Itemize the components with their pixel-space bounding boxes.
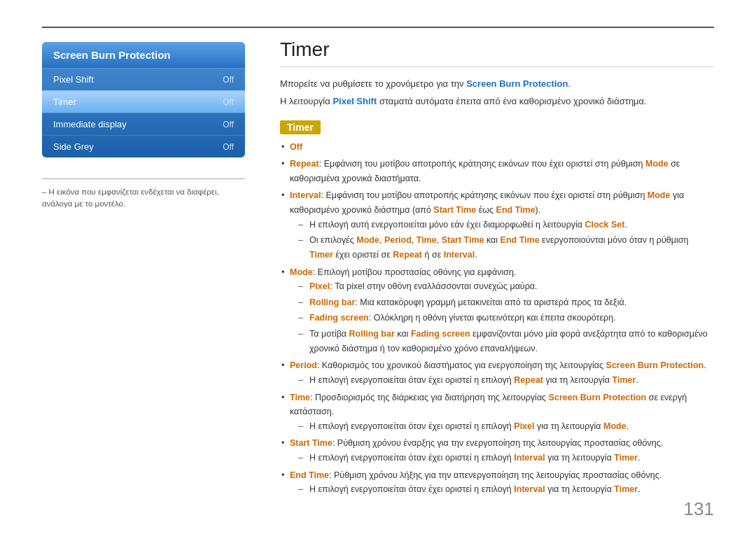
menu-item-immediate-display[interactable]: Immediate display Off bbox=[42, 113, 245, 135]
mode-note-text2: και bbox=[395, 329, 411, 339]
main-bullet-list: Off Repeat: Εμφάνιση του μοτίβου αποτροπ… bbox=[280, 140, 714, 497]
interval-sub-1: Η επιλογή αυτή ενεργοποιείται μόνο εάν έ… bbox=[298, 218, 714, 232]
rolling-label: Rolling bar bbox=[309, 297, 355, 307]
intro-highlight-2: Pixel Shift bbox=[332, 96, 377, 106]
right-content: Timer Μπορείτε να ρυθμίσετε το χρονόμετρ… bbox=[280, 38, 714, 499]
top-decorative-line bbox=[42, 27, 714, 28]
menu-item-timer[interactable]: Timer Off bbox=[42, 90, 245, 113]
time-text: : Προσδιορισμός της διάρκειας για διατήρ… bbox=[310, 393, 549, 402]
side-grey-value: Off bbox=[223, 142, 234, 152]
repeat-text: : Εμφάνιση του μοτίβου αποτροπής κράτηση… bbox=[319, 159, 645, 169]
start-time-label: Start Time bbox=[290, 438, 332, 448]
mode-note-fading: Fading screen bbox=[411, 329, 470, 339]
interval-sub-list: Η επιλογή αυτή ενεργοποιείται μόνο εάν έ… bbox=[298, 218, 714, 262]
intro-line-1: Μπορείτε να ρυθμίσετε το χρονόμετρο για … bbox=[280, 77, 714, 92]
menu-item-pixel-shift[interactable]: Pixel Shift Off bbox=[42, 68, 245, 90]
left-footer-note: – Η εικόνα που εμφανίζεται ενδέχεται να … bbox=[42, 178, 245, 211]
side-grey-label: Side Grey bbox=[53, 141, 94, 152]
time-sub-list: Η επιλογή ενεργοποιείται όταν έχει οριστ… bbox=[298, 419, 714, 434]
pixel-shift-label: Pixel Shift bbox=[53, 74, 94, 85]
end-time-sub-1: Η επιλογή ενεργοποιείται όταν έχει οριστ… bbox=[298, 482, 714, 497]
sub2-period: Period bbox=[384, 235, 412, 245]
intro-text-2a: Η λειτουργία bbox=[280, 96, 330, 106]
time-sub-text: Η επιλογή ενεργοποιείται όταν έχει οριστ… bbox=[309, 421, 514, 431]
start-time-sub-1: Η επιλογή ενεργοποιείται όταν έχει οριστ… bbox=[298, 451, 714, 465]
interval-label: Interval bbox=[290, 190, 321, 200]
period-repeat: Repeat bbox=[514, 375, 543, 385]
mode-label: Mode bbox=[290, 267, 313, 277]
interval-clock-set: Clock Set bbox=[584, 220, 624, 230]
fading-label: Fading screen bbox=[309, 313, 369, 323]
repeat-mode: Mode bbox=[645, 159, 668, 169]
pixel-label: Pixel bbox=[309, 281, 330, 291]
rolling-text: : Μια κατακόρυφη γραμμή μετακινείται από… bbox=[355, 297, 626, 307]
bullet-period: Period: Καθορισμός του χρονικού διαστήμα… bbox=[280, 358, 714, 387]
sub2-repeat: Repeat bbox=[393, 250, 422, 260]
start-time-sub-text: Η επιλογή ενεργοποιείται όταν έχει οριστ… bbox=[309, 453, 514, 463]
interval-mode: Mode bbox=[648, 190, 671, 200]
bullet-start-time: Start Time: Ρύθμιση χρόνου έναρξης για τ… bbox=[280, 436, 714, 465]
immediate-display-value: Off bbox=[223, 120, 234, 129]
bullet-off: Off bbox=[280, 140, 714, 155]
pixel-shift-value: Off bbox=[223, 75, 234, 85]
intro-highlight-1: Screen Burn Protection bbox=[466, 78, 568, 89]
period-sub-list: Η επιλογή ενεργοποιείται όταν έχει οριστ… bbox=[298, 373, 714, 388]
content-body: Off Repeat: Εμφάνιση του μοτίβου αποτροπ… bbox=[280, 140, 714, 497]
start-timer: Timer bbox=[614, 453, 638, 463]
time-label: Time bbox=[290, 393, 310, 402]
mode-sub-pixel: Pixel: Τα pixel στην οθόνη εναλλάσσονται… bbox=[298, 279, 714, 294]
menu-item-side-grey[interactable]: Side Grey Off bbox=[42, 135, 245, 157]
mode-sub-rolling: Rolling bar: Μια κατακόρυφη γραμμή μετακ… bbox=[298, 295, 714, 310]
start-time-sub-list: Η επιλογή ενεργοποιείται όταν έχει οριστ… bbox=[298, 451, 714, 465]
fading-text: : Ολόκληρη η οθόνη γίνεται φωτεινότερη κ… bbox=[369, 313, 616, 323]
repeat-label: Repeat bbox=[290, 159, 319, 169]
end-interval: Interval bbox=[514, 484, 545, 494]
interval-sub-1-text: Η επιλογή αυτή ενεργοποιείται μόνο εάν έ… bbox=[309, 220, 584, 230]
bullet-end-time: End Time: Ρύθμιση χρόνου λήξης για την α… bbox=[280, 468, 714, 497]
intro-text-1a: Μπορείτε να ρυθμίσετε το χρονόμετρο για … bbox=[280, 78, 464, 89]
page-number: 131 bbox=[684, 498, 714, 520]
intro-line-2: Η λειτουργία Pixel Shift σταματά αυτόματ… bbox=[280, 94, 714, 109]
sub2-time: Time bbox=[416, 235, 437, 245]
timer-label: Timer bbox=[53, 97, 76, 107]
period-sub-text: Η επιλογή ενεργοποιείται όταν έχει οριστ… bbox=[309, 375, 514, 385]
menu-title: Screen Burn Protection bbox=[42, 42, 245, 68]
time-sbp: Screen Burn Protection bbox=[549, 393, 647, 402]
timer-value: Off bbox=[223, 97, 234, 107]
period-label: Period bbox=[290, 360, 317, 370]
interval-text4: ). bbox=[536, 205, 541, 215]
pixel-text: : Τα pixel στην οθόνη εναλλάσσονται συνε… bbox=[330, 281, 537, 291]
mode-note-rolling: Rolling bar bbox=[349, 329, 395, 339]
page-title: Timer bbox=[280, 38, 714, 67]
mode-sub-note: Τα μοτίβα Rolling bar και Fading screen … bbox=[298, 327, 714, 356]
time-pixel: Pixel bbox=[514, 421, 534, 431]
screen-burn-menu: Screen Burn Protection Pixel Shift Off T… bbox=[42, 42, 245, 157]
sub2-end: End Time bbox=[500, 235, 540, 245]
start-interval: Interval bbox=[514, 453, 545, 463]
end-time-text: : Ρύθμιση χρόνου λήξης για την απενεργοπ… bbox=[329, 470, 662, 480]
sub2-timer: Timer bbox=[309, 250, 333, 260]
interval-text: : Εμφάνιση του μοτίβου αποτροπής κράτηση… bbox=[321, 190, 647, 200]
intro-text-1b: . bbox=[568, 78, 570, 89]
end-time-sub-list: Η επιλογή ενεργοποιείται όταν έχει οριστ… bbox=[298, 482, 714, 497]
period-sbp: Screen Burn Protection bbox=[606, 360, 704, 370]
sub2-interval: Interval bbox=[444, 250, 475, 260]
end-time-sub-text: Η επιλογή ενεργοποιείται όταν έχει οριστ… bbox=[309, 484, 514, 494]
start-time-text: : Ρύθμιση χρόνου έναρξης για την ενεργοπ… bbox=[332, 438, 663, 448]
mode-note-text1: Τα μοτίβα bbox=[309, 329, 349, 339]
sub2-mode: Mode bbox=[356, 235, 379, 245]
off-label: Off bbox=[290, 142, 302, 152]
bullet-time: Time: Προσδιορισμός της διάρκειας για δι… bbox=[280, 391, 714, 434]
left-panel: Screen Burn Protection Pixel Shift Off T… bbox=[42, 42, 245, 211]
mode-sub-fading: Fading screen: Ολόκληρη η οθόνη γίνεται … bbox=[298, 311, 714, 325]
period-text: : Καθορισμός του χρονικού διαστήματος γι… bbox=[317, 360, 606, 370]
end-timer: Timer bbox=[614, 484, 638, 494]
immediate-display-label: Immediate display bbox=[53, 119, 127, 129]
intro-text-2b: σταματά αυτόματα έπειτα από ένα καθορισμ… bbox=[379, 96, 647, 106]
interval-end: End Time bbox=[496, 205, 536, 215]
bullet-interval: Interval: Εμφάνιση του μοτίβου αποτροπής… bbox=[280, 188, 714, 262]
time-sub-1: Η επιλογή ενεργοποιείται όταν έχει οριστ… bbox=[298, 419, 714, 434]
interval-sub-2: Οι επιλογές Mode, Period, Time, Start Ti… bbox=[298, 233, 714, 262]
interval-text3: έως bbox=[476, 205, 496, 215]
period-sub-1: Η επιλογή ενεργοποιείται όταν έχει οριστ… bbox=[298, 373, 714, 388]
